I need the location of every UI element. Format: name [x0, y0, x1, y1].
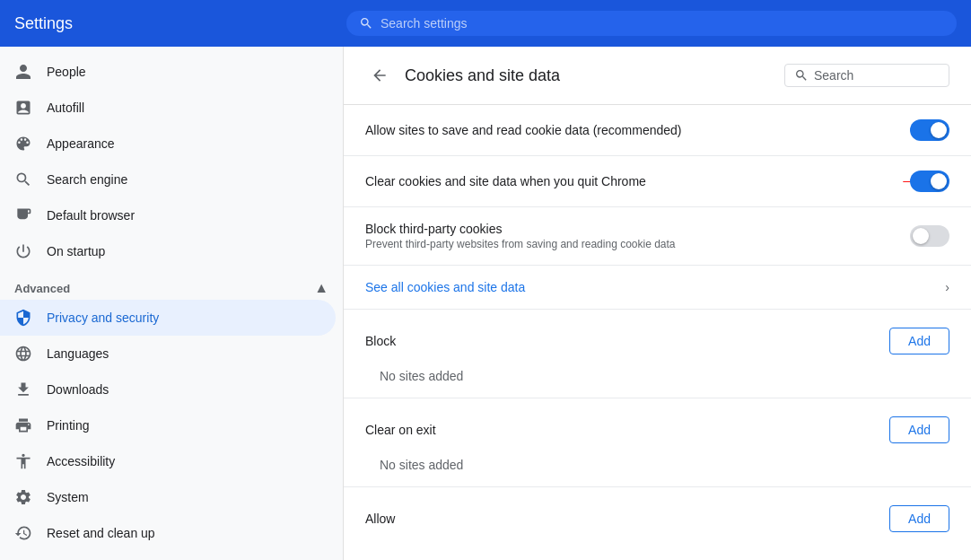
settings-content: Allow sites to save and read cookie data…: [344, 105, 971, 560]
clear-exit-section-label: Clear on exit: [365, 423, 436, 437]
sidebar-item-system[interactable]: System: [0, 479, 336, 515]
block-third-party-label: Block third-party cookies Prevent third-…: [365, 222, 910, 250]
block-third-party-toggle[interactable]: [910, 225, 949, 247]
see-all-chevron-icon: ›: [945, 280, 949, 294]
search-icon: [359, 16, 373, 31]
advanced-chevron-icon: ▲: [314, 280, 328, 296]
allow-cookies-slider: [910, 119, 949, 141]
search-small-icon: [794, 68, 809, 83]
sidebar-label-on-startup: On startup: [47, 244, 105, 258]
clear-on-exit-slider: [910, 171, 949, 192]
clear-exit-no-sites: No sites added: [344, 451, 971, 487]
appearance-icon: [14, 135, 32, 153]
accessibility-icon: [14, 452, 32, 470]
global-search-input[interactable]: [381, 16, 944, 31]
sidebar-item-on-startup[interactable]: On startup: [0, 233, 336, 269]
main-content: Cookies and site data Allow sites to sav…: [344, 47, 971, 560]
sidebar-item-appearance[interactable]: Appearance: [0, 126, 336, 162]
block-third-party-row: Block third-party cookies Prevent third-…: [344, 207, 971, 266]
clear-on-exit-toggle[interactable]: [910, 171, 949, 192]
sidebar-item-search-engine[interactable]: Search engine: [0, 162, 336, 197]
block-no-sites: No sites added: [344, 362, 971, 398]
advanced-section-label: Advanced: [14, 282, 70, 295]
sidebar-label-people: People: [47, 65, 86, 79]
reset-icon: [14, 524, 32, 542]
sidebar-item-reset[interactable]: Reset and clean up: [0, 515, 336, 551]
search-engine-icon: [14, 171, 32, 188]
sidebar-item-languages[interactable]: Languages: [0, 336, 336, 372]
allow-section-header: Allow Add: [344, 487, 971, 539]
clear-exit-section-header: Clear on exit Add: [344, 398, 971, 451]
allow-add-button[interactable]: Add: [889, 505, 949, 532]
sidebar-label-printing: Printing: [47, 418, 89, 433]
sidebar-label-system: System: [47, 490, 89, 504]
sidebar-item-printing[interactable]: Printing: [0, 407, 336, 443]
sidebar-label-search-engine: Search engine: [47, 172, 127, 187]
sidebar-label-reset: Reset and clean up: [47, 526, 155, 540]
sidebar-label-downloads: Downloads: [47, 382, 109, 397]
allow-cookies-label: Allow sites to save and read cookie data…: [365, 123, 910, 137]
default-browser-icon: [14, 206, 32, 224]
shield-icon: [14, 309, 32, 327]
content-header: Cookies and site data: [344, 47, 971, 105]
sidebar-item-default-browser[interactable]: Default browser: [0, 197, 336, 233]
advanced-section-header[interactable]: Advanced ▲: [0, 269, 343, 300]
sidebar: People Autofill Appearance Search engine: [0, 47, 344, 560]
content-search-input[interactable]: [814, 68, 940, 83]
sidebar-item-accessibility[interactable]: Accessibility: [0, 443, 336, 479]
sidebar-label-autofill: Autofill: [47, 101, 84, 115]
allow-section-label: Allow: [365, 512, 395, 526]
sidebar-label-appearance: Appearance: [47, 136, 115, 151]
global-search-bar[interactable]: [346, 11, 957, 36]
sidebar-item-people[interactable]: People: [0, 54, 336, 90]
see-all-cookies-row[interactable]: See all cookies and site data ›: [344, 266, 971, 310]
top-bar: Settings: [0, 0, 971, 47]
see-all-cookies-label: See all cookies and site data: [365, 280, 525, 294]
sidebar-label-accessibility: Accessibility: [47, 454, 115, 468]
sidebar-item-downloads[interactable]: Downloads: [0, 372, 336, 407]
block-section-label: Block: [365, 334, 396, 348]
autofill-icon: [14, 99, 32, 117]
sidebar-label-privacy: Privacy and security: [47, 311, 159, 325]
block-section-header: Block Add: [344, 310, 971, 362]
printing-icon: [14, 416, 32, 434]
on-startup-icon: [14, 242, 32, 260]
layout: People Autofill Appearance Search engine: [0, 47, 971, 560]
clear-exit-add-button[interactable]: Add: [889, 416, 949, 443]
block-add-button[interactable]: Add: [889, 328, 949, 354]
allow-cookies-row: Allow sites to save and read cookie data…: [344, 105, 971, 156]
sidebar-item-privacy[interactable]: Privacy and security: [0, 300, 336, 336]
block-third-party-slider: [910, 225, 949, 247]
content-search-bar[interactable]: [784, 64, 949, 87]
sidebar-label-default-browser: Default browser: [47, 208, 135, 223]
sidebar-label-languages: Languages: [47, 346, 109, 361]
languages-icon: [14, 345, 32, 363]
system-icon: [14, 488, 32, 506]
back-button[interactable]: [365, 61, 394, 90]
person-icon: [14, 63, 32, 81]
sidebar-item-autofill[interactable]: Autofill: [0, 90, 336, 126]
downloads-icon: [14, 381, 32, 398]
clear-on-exit-row: Clear cookies and site data when you qui…: [344, 156, 971, 207]
page-title: Cookies and site data: [405, 66, 774, 85]
allow-cookies-toggle[interactable]: [910, 119, 949, 141]
clear-on-exit-label: Clear cookies and site data when you qui…: [365, 174, 910, 188]
app-title: Settings: [14, 14, 346, 33]
